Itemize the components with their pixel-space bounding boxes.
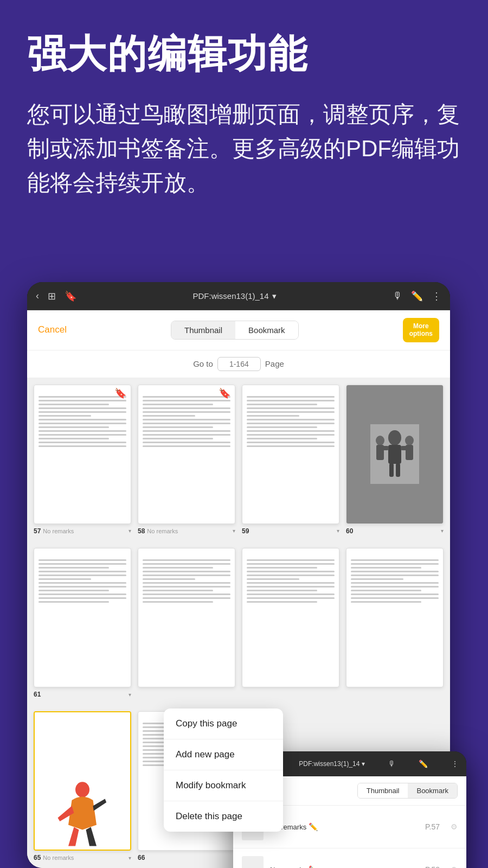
- thumb-item-63[interactable]: [242, 548, 339, 698]
- thumb-item-60[interactable]: 60 ▾: [346, 385, 444, 535]
- menu-add-page[interactable]: Add new page: [164, 739, 283, 770]
- svg-rect-5: [389, 463, 394, 477]
- page-num-65: 65: [34, 854, 41, 861]
- chevron-60[interactable]: ▾: [441, 528, 444, 534]
- thumb-page-65[interactable]: [34, 711, 131, 851]
- menu-copy-page[interactable]: Copy this page: [164, 709, 283, 739]
- thumb-label-65: 65 No remarks ▾: [34, 854, 131, 861]
- bookmark-flag-58: 🔖: [219, 387, 230, 399]
- cancel-button[interactable]: Cancel: [38, 324, 67, 335]
- thumb-item-61[interactable]: 61 ▾: [34, 548, 131, 698]
- page-label: Page: [265, 359, 284, 368]
- chevron-65[interactable]: ▾: [129, 855, 131, 861]
- grid-icon[interactable]: ⊞: [48, 290, 56, 302]
- context-menu: Copy this page Add new page Modify bookm…: [164, 709, 283, 832]
- chevron-58[interactable]: ▾: [233, 528, 235, 534]
- page-num-57: 57: [34, 527, 41, 535]
- phone-filename: PDF:wissen13(1)_14 ▾: [299, 760, 365, 768]
- svg-point-9: [405, 436, 414, 445]
- phone-filename-label: PDF:wissen13(1)_14: [299, 760, 359, 768]
- menu-modify-bookmark[interactable]: Modify bookmark: [164, 770, 283, 801]
- page-text-61: [34, 548, 131, 609]
- thumb-page-62[interactable]: [138, 548, 235, 687]
- page-num-59: 59: [242, 527, 249, 535]
- page-text-63: [242, 548, 339, 609]
- chevron-59[interactable]: ▾: [337, 528, 339, 534]
- phone-mic-icon[interactable]: 🎙: [388, 760, 396, 768]
- page-text-62: [138, 548, 235, 609]
- thumb-page-57[interactable]: 🔖: [34, 385, 131, 524]
- hero-section: 强大的编辑功能 您可以通过鸟瞰图增删页面，调整页序，复制或添加书签备注。更多高级…: [0, 0, 488, 221]
- thumb-item-62[interactable]: [138, 548, 235, 698]
- thumb-label-58: 58 No remarks ▾: [138, 527, 235, 535]
- phone-pen-icon[interactable]: ✏️: [419, 760, 428, 768]
- bookmark-thumb-58: [242, 856, 264, 868]
- bookmark-info-58: No remarks ✏️: [270, 865, 419, 868]
- phone-tab-bookmark[interactable]: Bookmark: [408, 783, 457, 798]
- thumb-label-60: 60 ▾: [346, 527, 444, 535]
- thumb-label-59: 59 ▾: [242, 527, 339, 535]
- bookmark-page-57: P.57: [425, 822, 440, 831]
- page-num-66: 66: [138, 854, 145, 861]
- device-container: ‹ ⊞ 🔖 PDF:wissen13(1)_14 ▾ 🎙 ✏️ ⋮ Cancel…: [27, 282, 461, 868]
- goto-input[interactable]: [217, 357, 261, 371]
- dropdown-arrow[interactable]: ▾: [272, 291, 277, 301]
- tab-thumbnail[interactable]: Thumbnail: [171, 321, 235, 339]
- phone-more-icon[interactable]: ⋮: [451, 760, 459, 768]
- back-icon[interactable]: ‹: [36, 290, 39, 302]
- thumb-item-58[interactable]: 🔖 58 No remarks: [138, 385, 235, 535]
- bookmark-item-58[interactable]: No remarks ✏️ P.58 ⚙: [233, 848, 466, 868]
- tab-bookmark[interactable]: Bookmark: [235, 321, 298, 339]
- topbar-center: PDF:wissen13(1)_14 ▾: [192, 291, 276, 301]
- thumb-page-59[interactable]: [242, 385, 339, 524]
- thumb-page-61[interactable]: [34, 548, 131, 687]
- remarks-65: No remarks: [43, 854, 74, 861]
- thumb-item-65[interactable]: 65 No remarks ▾: [34, 711, 131, 861]
- tab-group: Thumbnail Bookmark: [171, 321, 299, 340]
- page-num-60: 60: [346, 527, 353, 535]
- bookmark-flag-57: 🔖: [114, 387, 126, 399]
- topbar-right: 🎙 ✏️ ⋮: [393, 290, 441, 302]
- thumb-page-58[interactable]: 🔖: [138, 385, 235, 524]
- menu-delete-page[interactable]: Delete this page: [164, 801, 283, 832]
- page-text-59: [242, 385, 339, 454]
- remarks-57: No remarks: [43, 528, 74, 534]
- goto-label: Go to: [193, 359, 213, 368]
- page-num-61: 61: [34, 691, 41, 698]
- chevron-57[interactable]: ▾: [129, 528, 131, 534]
- topbar-left: ‹ ⊞ 🔖: [36, 290, 76, 302]
- page-text-64: [346, 548, 443, 609]
- phone-tabs: Thumbnail Bookmark: [357, 783, 458, 799]
- thumb-item-57[interactable]: 🔖 57 No remarks: [34, 385, 131, 535]
- svg-rect-2: [388, 445, 401, 464]
- edit-icon-58[interactable]: ✏️: [309, 865, 318, 868]
- thumb-page-63[interactable]: [242, 548, 339, 687]
- more-options-button[interactable]: Moreoptions: [403, 318, 439, 342]
- thumbnail-grid-row2: 61 ▾: [27, 541, 450, 705]
- tablet-topbar: ‹ ⊞ 🔖 PDF:wissen13(1)_14 ▾ 🎙 ✏️ ⋮: [27, 282, 450, 310]
- hero-description: 您可以通过鸟瞰图增删页面，调整页序，复制或添加书签备注。更多高级的PDF编辑功能…: [27, 97, 461, 200]
- thumb-item-59[interactable]: 59 ▾: [242, 385, 339, 535]
- more-icon[interactable]: ⋮: [432, 290, 441, 302]
- phone-tab-thumbnail[interactable]: Thumbnail: [358, 783, 408, 798]
- chevron-61[interactable]: ▾: [129, 692, 131, 698]
- thumb-page-64[interactable]: [346, 548, 444, 687]
- page-num-58: 58: [138, 527, 145, 535]
- thumb-page-60[interactable]: [346, 385, 444, 524]
- edit-icon-57[interactable]: ✏️: [309, 822, 318, 831]
- thumb-item-64[interactable]: [346, 548, 444, 698]
- thumbnail-grid-row1: 🔖 57 No remarks: [27, 378, 450, 541]
- thumb-label-61: 61 ▾: [34, 691, 131, 698]
- hero-title: 强大的编辑功能: [27, 33, 461, 75]
- thumb-label-66: 66: [138, 854, 235, 861]
- gear-icon-58[interactable]: ⚙: [451, 865, 458, 868]
- bookmark-name-58: No remarks: [270, 866, 309, 868]
- page-image-60: [346, 385, 443, 524]
- gear-icon-57[interactable]: ⚙: [451, 822, 458, 831]
- mic-icon[interactable]: 🎙: [393, 290, 402, 302]
- goto-row: Go to Page: [27, 350, 450, 378]
- bookmark-page-58: P.58: [425, 865, 440, 868]
- pen-icon[interactable]: ✏️: [411, 290, 423, 302]
- bookmark-icon[interactable]: 🔖: [65, 290, 76, 302]
- svg-rect-8: [376, 445, 384, 460]
